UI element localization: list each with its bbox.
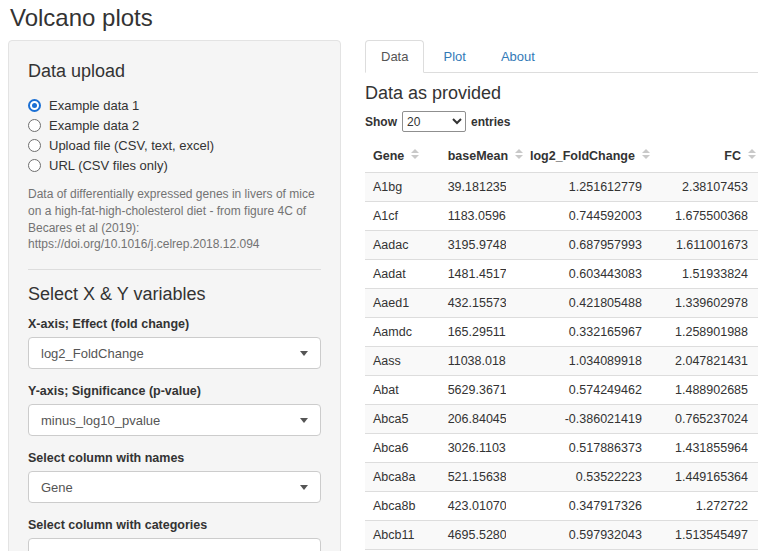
table-row: Aamdc165.29511850.3321659671.258901988 <box>365 318 758 347</box>
radio-label: URL (CSV files only) <box>49 158 168 173</box>
table-row: Abca63026.110330.5178863731.431855964 <box>365 434 758 463</box>
column-header-log2_foldchange[interactable]: log2_FoldChange <box>506 140 651 173</box>
cell-gene: A1bg <box>365 173 440 202</box>
cell-gene: Abcb11 <box>365 521 440 550</box>
cell-fc: 2.38107453 <box>652 173 758 202</box>
table-row: Abcb114695.5280510.5979320431.513545497 <box>365 521 758 550</box>
cell-log2_foldchange: 0.597932043 <box>506 521 651 550</box>
radio-url[interactable]: URL (CSV files only) <box>28 158 321 173</box>
tab-about[interactable]: About <box>485 40 551 73</box>
cell-gene: A1cf <box>365 202 440 231</box>
cell-gene: Abca8a <box>365 463 440 492</box>
cell-basemean: 1481.451788 <box>440 260 507 289</box>
sidebar-well: Data upload Example data 1 Example data … <box>8 40 341 551</box>
table-body: A1bg39.181235021.2516127792.38107453A1cf… <box>365 173 758 551</box>
cell-basemean: 3195.97486 <box>440 231 507 260</box>
table-length-control: Show 20 entries <box>365 111 758 132</box>
entries-label: entries <box>471 115 510 129</box>
table-row: Abca8a521.15638550.535222231.449165364 <box>365 463 758 492</box>
names-column-label: Select column with names <box>28 451 321 465</box>
table-row: Aass11038.018341.0340899182.047821431 <box>365 347 758 376</box>
column-header-fc[interactable]: FC <box>652 140 758 173</box>
names-column-select[interactable]: Gene <box>28 471 321 503</box>
radio-label: Upload file (CSV, text, excel) <box>49 138 214 153</box>
cell-fc: 1.449165364 <box>652 463 758 492</box>
column-label: baseMean <box>448 149 508 163</box>
cell-log2_foldchange: 0.421805488 <box>506 289 651 318</box>
entries-select[interactable]: 20 <box>402 111 466 132</box>
cell-gene: Aadat <box>365 260 440 289</box>
cell-log2_foldchange: 0.687957993 <box>506 231 651 260</box>
cell-log2_foldchange: 0.332165967 <box>506 318 651 347</box>
cell-fc: 1.488902685 <box>652 376 758 405</box>
page: Volcano plots Data upload Example data 1… <box>0 0 768 551</box>
radio-upload-file[interactable]: Upload file (CSV, text, excel) <box>28 138 321 153</box>
column-header-basemean[interactable]: baseMean <box>440 140 507 173</box>
y-axis-select[interactable]: minus_log10_pvalue <box>28 404 321 436</box>
x-axis-selected-value: log2_FoldChange <box>41 346 144 361</box>
cell-gene: Abat <box>365 376 440 405</box>
cell-basemean: 3026.11033 <box>440 434 507 463</box>
tab-data[interactable]: Data <box>365 40 424 73</box>
table-row: Aaed1432.15573740.4218054881.339602978 <box>365 289 758 318</box>
table-header-row: GenebaseMeanlog2_FoldChangeFC <box>365 140 758 173</box>
radio-icon <box>28 139 41 152</box>
radio-example-data-1[interactable]: Example data 1 <box>28 98 321 113</box>
categories-column-label: Select column with categories <box>28 518 321 532</box>
radio-icon <box>28 159 41 172</box>
names-column-selected-value: Gene <box>41 480 73 495</box>
cell-gene: Abca6 <box>365 434 440 463</box>
y-axis-label: Y-axis; Significance (p-value) <box>28 384 321 398</box>
categories-column-selected-value: - <box>41 547 45 551</box>
column-label: Gene <box>373 149 404 163</box>
cell-log2_foldchange: 0.574249462 <box>506 376 651 405</box>
cell-basemean: 5629.367176 <box>440 376 507 405</box>
cell-fc: 0.765237024 <box>652 405 758 434</box>
cell-fc: 1.431855964 <box>652 434 758 463</box>
cell-fc: 2.047821431 <box>652 347 758 376</box>
x-axis-label: X-axis; Effect (fold change) <box>28 317 321 331</box>
table-row: Abat5629.3671760.5742494621.488902685 <box>365 376 758 405</box>
table-row: Aadat1481.4517880.6034430831.51933824 <box>365 260 758 289</box>
sort-icon <box>411 149 419 159</box>
cell-basemean: 1183.059641 <box>440 202 507 231</box>
cell-gene: Abca8b <box>365 492 440 521</box>
column-header-gene[interactable]: Gene <box>365 140 440 173</box>
x-axis-field: X-axis; Effect (fold change) log2_FoldCh… <box>28 317 321 369</box>
table-row: Abca5206.840456-0.3860214190.765237024 <box>365 405 758 434</box>
cell-fc: 1.675500368 <box>652 202 758 231</box>
cell-log2_foldchange: 0.517886373 <box>506 434 651 463</box>
cell-fc: 1.272722 <box>652 492 758 521</box>
categories-column-select[interactable]: - <box>28 538 321 551</box>
radio-example-data-2[interactable]: Example data 2 <box>28 118 321 133</box>
tab-plot[interactable]: Plot <box>427 40 481 73</box>
cell-gene: Aamdc <box>365 318 440 347</box>
cell-log2_foldchange: 1.251612779 <box>506 173 651 202</box>
cell-gene: Aadac <box>365 231 440 260</box>
cell-basemean: 39.18123502 <box>440 173 507 202</box>
y-axis-selected-value: minus_log10_pvalue <box>41 413 160 428</box>
cell-log2_foldchange: 1.034089918 <box>506 347 651 376</box>
chevron-down-icon <box>300 351 308 356</box>
column-label: log2_FoldChange <box>530 149 635 163</box>
x-axis-select[interactable]: log2_FoldChange <box>28 337 321 369</box>
chevron-down-icon <box>300 418 308 423</box>
cell-basemean: 432.1557374 <box>440 289 507 318</box>
cell-gene: Aass <box>365 347 440 376</box>
names-column-field: Select column with names Gene <box>28 451 321 503</box>
y-axis-field: Y-axis; Significance (p-value) minus_log… <box>28 384 321 436</box>
sort-icon <box>515 149 523 159</box>
variables-heading: Select X & Y variables <box>28 284 321 305</box>
tab-bar: Data Plot About <box>365 40 758 73</box>
cell-log2_foldchange: 0.53522223 <box>506 463 651 492</box>
cell-log2_foldchange: 0.347917326 <box>506 492 651 521</box>
table-row: A1bg39.181235021.2516127792.38107453 <box>365 173 758 202</box>
radio-label: Example data 2 <box>49 118 139 133</box>
data-upload-heading: Data upload <box>28 61 321 82</box>
table-row: A1cf1183.0596410.7445920031.675500368 <box>365 202 758 231</box>
chevron-down-icon <box>300 485 308 490</box>
table-row: Aadac3195.974860.6879579931.611001673 <box>365 231 758 260</box>
cell-log2_foldchange: 0.603443083 <box>506 260 651 289</box>
cell-basemean: 165.2951185 <box>440 318 507 347</box>
cell-fc: 1.258901988 <box>652 318 758 347</box>
